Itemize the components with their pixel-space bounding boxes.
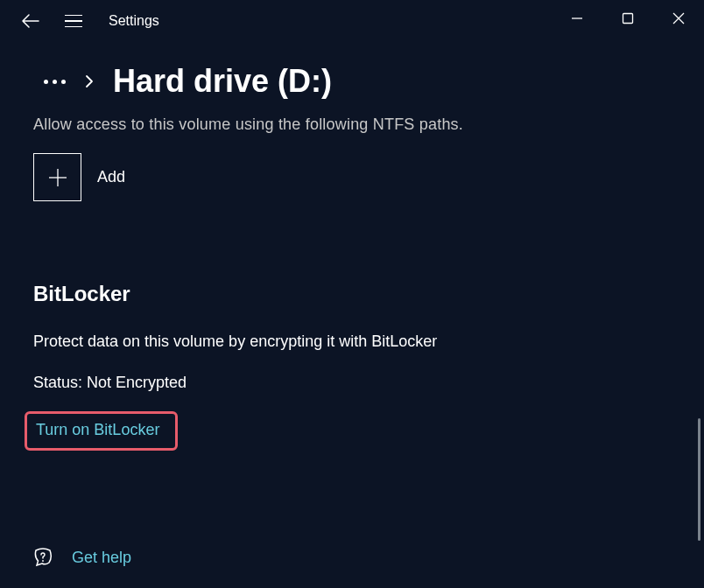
bitlocker-heading: BitLocker (33, 282, 671, 306)
close-button[interactable] (653, 0, 704, 37)
scrollbar[interactable] (698, 418, 700, 541)
ntfs-description: Allow access to this volume using the fo… (33, 116, 671, 134)
close-icon (672, 12, 685, 24)
breadcrumb-ellipsis[interactable] (44, 80, 66, 84)
hamburger-line (65, 15, 82, 17)
add-path-row: Add (33, 153, 671, 201)
bitlocker-status: Status: Not Encrypted (33, 374, 671, 392)
hamburger-line (65, 20, 82, 22)
turn-on-bitlocker-link[interactable]: Turn on BitLocker (36, 421, 159, 438)
add-label: Add (97, 168, 125, 186)
get-help-link[interactable]: Get help (72, 549, 131, 567)
maximize-button[interactable] (602, 0, 653, 37)
plus-icon (46, 166, 69, 189)
highlight-box: Turn on BitLocker (25, 411, 178, 451)
help-row: Get help (33, 548, 131, 567)
hamburger-line (65, 26, 82, 28)
breadcrumb: Hard drive (D:) (0, 42, 704, 116)
menu-button[interactable] (65, 15, 82, 28)
maximize-icon (622, 12, 634, 24)
app-title: Settings (109, 13, 159, 29)
svg-rect-1 (623, 14, 633, 24)
help-icon (33, 548, 53, 567)
page-title: Hard drive (D:) (113, 63, 332, 100)
window-controls (552, 0, 704, 37)
back-arrow-icon (22, 14, 39, 28)
minimize-button[interactable] (552, 0, 602, 37)
svg-point-6 (42, 560, 44, 562)
back-button[interactable] (21, 11, 40, 31)
minimize-icon (571, 12, 583, 24)
content-area: Allow access to this volume using the fo… (0, 116, 704, 451)
add-button[interactable] (33, 153, 81, 201)
chevron-right-icon (85, 74, 94, 88)
bitlocker-description: Protect data on this volume by encryptin… (33, 332, 671, 351)
